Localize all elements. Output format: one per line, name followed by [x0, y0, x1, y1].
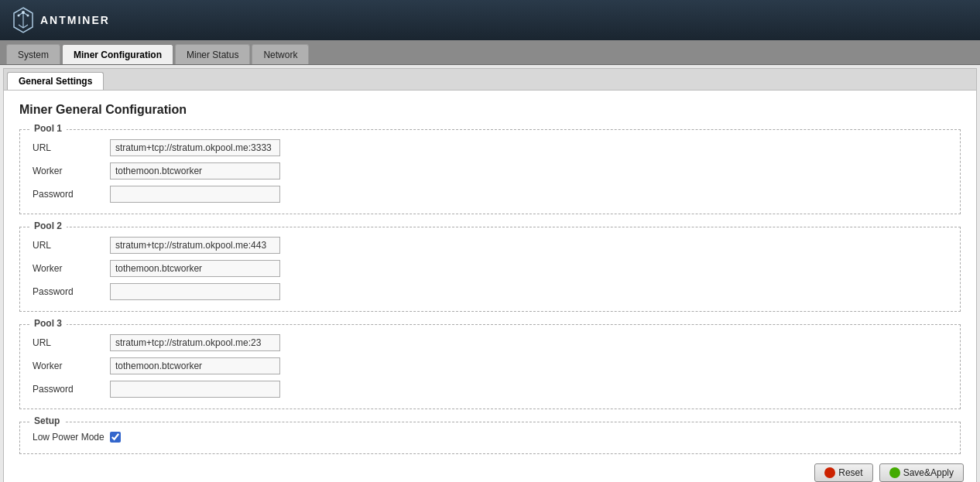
setup-legend: Setup — [29, 415, 64, 426]
pool2-password-label: Password — [33, 286, 110, 297]
svg-point-2 — [27, 15, 29, 17]
svg-point-0 — [22, 11, 25, 14]
main-wrapper: General Settings Miner General Configura… — [0, 65, 980, 482]
pool3-password-row: Password — [33, 381, 947, 398]
pool2-worker-input[interactable] — [110, 260, 280, 277]
pool2-section: Pool 2 URL Worker Password — [19, 227, 961, 312]
pool3-section: Pool 3 URL Worker Password — [19, 324, 961, 409]
pool3-legend: Pool 3 — [29, 318, 67, 329]
pool1-url-row: URL — [33, 139, 947, 156]
pool3-url-row: URL — [33, 334, 947, 351]
pool2-password-input[interactable] — [110, 283, 280, 300]
content-panel: Miner General Configuration Pool 1 URL W… — [3, 90, 977, 482]
pool2-password-row: Password — [33, 283, 947, 300]
save-apply-icon — [889, 467, 900, 478]
tab-miner-status[interactable]: Miner Status — [175, 44, 250, 64]
reset-label: Reset — [838, 467, 862, 478]
antminer-logo-icon — [11, 6, 36, 34]
low-power-mode-row: Low Power Mode — [33, 432, 947, 443]
nav-bar: System Miner Configuration Miner Status … — [0, 40, 980, 65]
pool2-worker-row: Worker — [33, 260, 947, 277]
footer-bar: Reset Save&Apply — [814, 463, 964, 482]
pool2-legend: Pool 2 — [29, 220, 67, 231]
svg-point-1 — [18, 15, 20, 17]
pool1-url-input[interactable] — [110, 139, 280, 156]
pool1-url-label: URL — [33, 142, 110, 153]
pool2-url-row: URL — [33, 237, 947, 254]
pool3-url-input[interactable] — [110, 334, 280, 351]
reset-button[interactable]: Reset — [814, 463, 872, 482]
pool1-password-label: Password — [33, 189, 110, 200]
pool1-worker-row: Worker — [33, 162, 947, 179]
pool2-url-input[interactable] — [110, 237, 280, 254]
save-apply-button[interactable]: Save&Apply — [879, 463, 964, 482]
pool1-password-row: Password — [33, 186, 947, 203]
save-apply-label: Save&Apply — [903, 467, 954, 478]
pool1-worker-label: Worker — [33, 166, 110, 176]
header: ANTMINER — [0, 0, 980, 40]
page-title: Miner General Configuration — [19, 103, 961, 117]
low-power-mode-checkbox[interactable] — [110, 432, 121, 443]
pool3-password-label: Password — [33, 384, 110, 395]
pool1-legend: Pool 1 — [29, 123, 67, 134]
pool1-worker-input[interactable] — [110, 162, 280, 179]
tab-system[interactable]: System — [6, 44, 60, 64]
setup-section: Setup Low Power Mode — [19, 422, 961, 454]
pool3-worker-input[interactable] — [110, 357, 280, 374]
sub-tab-bar: General Settings — [3, 68, 977, 90]
pool1-section: Pool 1 URL Worker Password — [19, 129, 961, 214]
reset-icon — [824, 467, 835, 478]
pool3-url-label: URL — [33, 337, 110, 348]
logo-area: ANTMINER — [11, 6, 110, 34]
pool3-worker-row: Worker — [33, 357, 947, 374]
sub-tab-general-settings[interactable]: General Settings — [7, 72, 104, 90]
logo-text: ANTMINER — [40, 14, 110, 26]
pool2-worker-label: Worker — [33, 263, 110, 274]
pool3-password-input[interactable] — [110, 381, 280, 398]
low-power-mode-label: Low Power Mode — [33, 432, 110, 443]
pool1-password-input[interactable] — [110, 186, 280, 203]
tab-network[interactable]: Network — [252, 44, 309, 64]
tab-miner-configuration[interactable]: Miner Configuration — [62, 44, 173, 64]
pool2-url-label: URL — [33, 240, 110, 251]
pool3-worker-label: Worker — [33, 361, 110, 371]
